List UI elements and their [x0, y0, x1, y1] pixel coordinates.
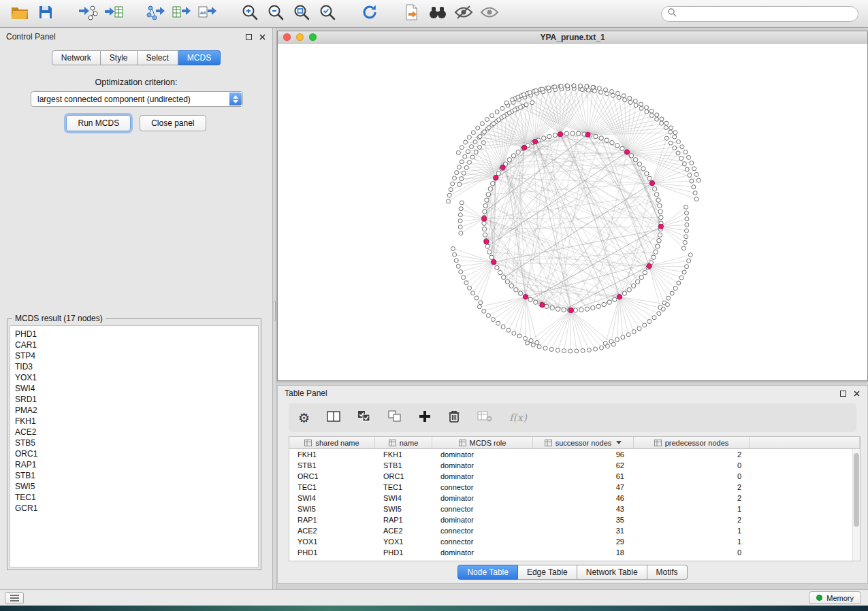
network-node[interactable]: [600, 346, 604, 350]
network-node[interactable]: [613, 297, 617, 301]
network-node[interactable]: [459, 207, 463, 211]
network-node[interactable]: [495, 265, 499, 269]
cell-shared-name[interactable]: PHD1: [289, 547, 375, 558]
network-node[interactable]: [694, 172, 698, 176]
network-node[interactable]: [676, 151, 680, 155]
window-close-button[interactable]: [283, 33, 291, 41]
cell-mcds-role[interactable]: connector: [432, 525, 533, 536]
network-node[interactable]: [553, 133, 557, 137]
network-node[interactable]: [464, 140, 468, 144]
function-builder-button[interactable]: f(x): [509, 412, 527, 424]
hide-selected-button[interactable]: [451, 2, 477, 25]
network-node[interactable]: [483, 210, 487, 214]
table-row[interactable]: SWI4SWI4dominator462: [289, 493, 860, 503]
network-node[interactable]: [454, 259, 458, 263]
cell-shared-name[interactable]: ORC1: [289, 471, 375, 482]
cell-mcds-role[interactable]: dominator: [432, 514, 533, 525]
close-table-panel-icon[interactable]: [852, 389, 861, 397]
network-node[interactable]: [491, 318, 495, 322]
network-node[interactable]: [629, 154, 633, 158]
network-node[interactable]: [632, 330, 636, 334]
network-node[interactable]: [528, 297, 532, 301]
network-node[interactable]: [487, 126, 491, 130]
mcds-result-item[interactable]: FKH1: [15, 416, 253, 427]
network-node[interactable]: [479, 301, 483, 305]
search-box[interactable]: [661, 6, 858, 22]
network-node[interactable]: [587, 348, 591, 352]
network-node[interactable]: [685, 217, 689, 221]
network-node[interactable]: [647, 176, 652, 180]
network-node[interactable]: [530, 101, 534, 105]
network-node[interactable]: [513, 108, 517, 112]
network-node[interactable]: [478, 145, 482, 149]
network-node[interactable]: [457, 165, 461, 169]
network-node[interactable]: [524, 103, 528, 107]
network-node[interactable]: [534, 300, 538, 304]
network-node[interactable]: [673, 135, 677, 139]
network-node[interactable]: [549, 347, 553, 351]
float-table-panel-icon[interactable]: [839, 389, 847, 397]
network-node[interactable]: [649, 114, 654, 118]
network-node[interactable]: [633, 158, 637, 162]
table-row[interactable]: PHD1PHD1dominator180: [289, 547, 860, 558]
network-node[interactable]: [639, 106, 643, 110]
cell-shared-name[interactable]: ACE2: [289, 525, 375, 536]
network-node[interactable]: [604, 88, 608, 92]
cell-shared-name[interactable]: TEC1: [289, 482, 375, 493]
cell-name[interactable]: FKH1: [375, 449, 432, 460]
network-node[interactable]: [553, 85, 557, 89]
cell-name[interactable]: YOX1: [375, 536, 432, 547]
network-node[interactable]: [658, 210, 662, 214]
cell-predecessor-nodes[interactable]: 0: [634, 460, 750, 471]
network-node[interactable]: [460, 160, 464, 164]
export-table-button[interactable]: [169, 2, 195, 25]
mcds-result-item[interactable]: SRD1: [15, 394, 253, 405]
table-scrollbar[interactable]: [852, 449, 860, 561]
network-hub-node[interactable]: [500, 165, 505, 169]
mcds-result-item[interactable]: GCR1: [15, 503, 253, 514]
network-node[interactable]: [679, 276, 684, 280]
cell-mcds-role[interactable]: connector: [432, 536, 533, 547]
network-node[interactable]: [507, 111, 511, 115]
network-node[interactable]: [547, 86, 551, 90]
mcds-result-item[interactable]: STB5: [15, 437, 253, 448]
network-node[interactable]: [602, 302, 606, 306]
cell-shared-name[interactable]: FKH1: [289, 449, 375, 460]
network-node[interactable]: [489, 255, 494, 259]
network-node[interactable]: [531, 343, 535, 347]
network-node[interactable]: [490, 114, 494, 118]
network-node[interactable]: [460, 201, 464, 205]
import-network-button[interactable]: [75, 2, 101, 25]
network-node[interactable]: [467, 161, 471, 165]
network-node[interactable]: [688, 173, 692, 177]
network-node[interactable]: [692, 185, 696, 189]
cell-name[interactable]: TEC1: [375, 482, 432, 493]
network-node[interactable]: [497, 118, 501, 122]
network-node[interactable]: [449, 188, 453, 192]
cell-predecessor-nodes[interactable]: 2: [634, 514, 750, 525]
network-node[interactable]: [596, 304, 600, 308]
network-node[interactable]: [523, 336, 527, 340]
network-node[interactable]: [586, 88, 590, 92]
mcds-result-item[interactable]: SWI4: [15, 383, 253, 394]
network-node[interactable]: [509, 284, 513, 288]
network-node[interactable]: [664, 126, 668, 130]
network-node[interactable]: [470, 155, 475, 159]
network-node[interactable]: [537, 345, 541, 349]
network-canvas[interactable]: [278, 44, 867, 380]
column-header-successor-nodes[interactable]: successor nodes: [533, 437, 634, 448]
network-node[interactable]: [462, 171, 466, 175]
cell-name[interactable]: SWI5: [375, 503, 432, 514]
network-node[interactable]: [693, 191, 697, 195]
network-node[interactable]: [452, 176, 456, 180]
new-network-from-selection-button[interactable]: [399, 2, 425, 25]
network-node[interactable]: [562, 349, 566, 353]
deselect-all-button[interactable]: [388, 410, 402, 425]
cell-name[interactable]: ACE2: [375, 525, 432, 536]
table-row[interactable]: TEC1TEC1connector472: [289, 482, 860, 493]
network-node[interactable]: [631, 284, 635, 288]
cell-successor-nodes[interactable]: 47: [533, 482, 634, 493]
zoom-in-button[interactable]: [237, 2, 263, 25]
network-hub-node[interactable]: [585, 132, 590, 137]
network-node[interactable]: [684, 235, 688, 239]
